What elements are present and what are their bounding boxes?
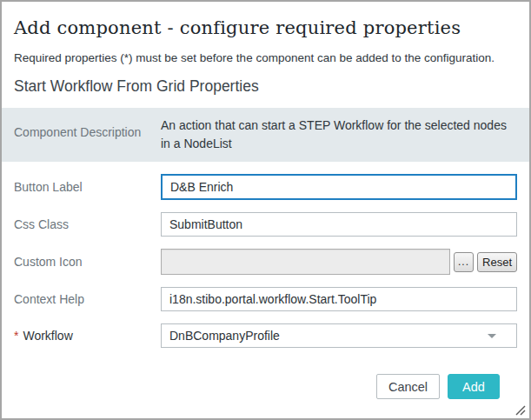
form-row-workflow: *Workflow DnBCompanyProfile: [14, 323, 517, 348]
component-description-label: Component Description: [14, 117, 161, 139]
required-marker: *: [14, 329, 18, 343]
add-button[interactable]: Add: [448, 374, 500, 399]
custom-icon-label: Custom Icon: [14, 255, 161, 269]
form-row-button-label: Button Label: [14, 174, 517, 200]
custom-icon-reset-button[interactable]: Reset: [477, 252, 517, 272]
dialog-footer: Cancel Add: [376, 374, 500, 399]
dialog-subtitle: Required properties (*) must be set befo…: [14, 51, 517, 64]
dialog-title: Add component - configure required prope…: [14, 17, 517, 38]
css-class-label: Css Class: [14, 217, 161, 231]
chevron-down-icon: [488, 334, 496, 338]
workflow-dropdown[interactable]: DnBCompanyProfile: [161, 323, 517, 348]
custom-icon-browse-button[interactable]: ...: [454, 252, 474, 272]
form-row-context-help: Context Help: [14, 287, 517, 311]
workflow-selected-value: DnBCompanyProfile: [169, 329, 488, 343]
context-help-label: Context Help: [14, 292, 161, 306]
component-description-value: An action that can start a STEP Workflow…: [161, 117, 517, 153]
custom-icon-group: ... Reset: [161, 249, 517, 275]
workflow-label-text: Workflow: [23, 329, 72, 343]
add-component-dialog: Add component - configure required prope…: [0, 0, 531, 420]
custom-icon-input: [161, 249, 450, 275]
section-title: Start Workflow From Grid Properties: [14, 77, 517, 96]
css-class-input[interactable]: [161, 212, 517, 237]
form-row-css-class: Css Class: [14, 212, 517, 237]
button-label-label: Button Label: [14, 180, 161, 194]
cancel-button[interactable]: Cancel: [376, 374, 440, 399]
button-label-input[interactable]: [161, 174, 517, 200]
component-description-row: Component Description An action that can…: [2, 108, 529, 162]
resize-handle-icon[interactable]: [514, 403, 526, 416]
form-row-custom-icon: Custom Icon ... Reset: [14, 249, 517, 275]
context-help-input[interactable]: [161, 287, 517, 311]
workflow-label: *Workflow: [14, 329, 161, 343]
properties-form: Button Label Css Class Custom Icon ... R…: [14, 174, 517, 348]
